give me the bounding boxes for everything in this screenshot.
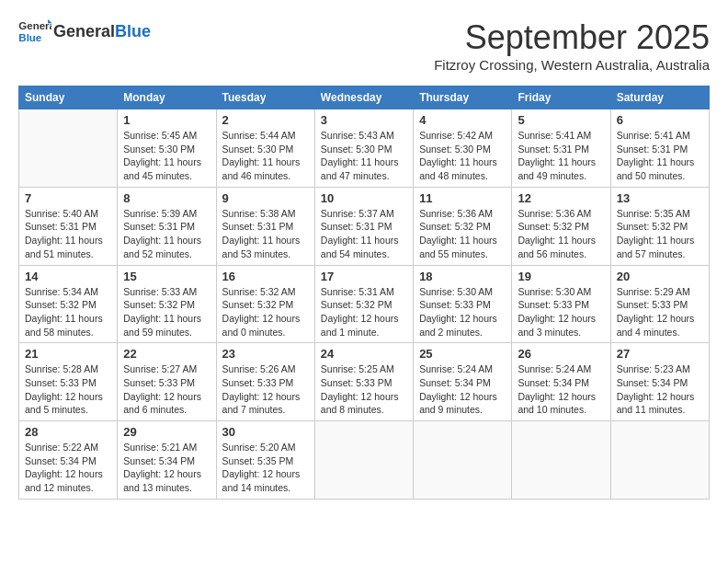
calendar-cell [19,109,118,188]
day-info: Sunrise: 5:23 AMSunset: 5:34 PMDaylight:… [617,362,703,417]
calendar-cell: 16Sunrise: 5:32 AMSunset: 5:32 PMDayligh… [216,265,314,343]
weekday-header-row: Sunday Monday Tuesday Wednesday Thursday… [19,86,710,109]
calendar-cell: 8Sunrise: 5:39 AMSunset: 5:31 PMDaylight… [118,187,216,265]
day-info: Sunrise: 5:45 AMSunset: 5:30 PMDaylight:… [123,129,210,183]
calendar-cell [314,421,413,500]
day-info: Sunrise: 5:24 AMSunset: 5:34 PMDaylight:… [419,362,506,417]
logo: General Blue GeneralBlue [18,18,151,46]
calendar-cell: 21Sunrise: 5:28 AMSunset: 5:33 PMDayligh… [19,343,118,421]
day-info: Sunrise: 5:20 AMSunset: 5:35 PMDaylight:… [222,441,309,495]
calendar-cell: 17Sunrise: 5:31 AMSunset: 5:32 PMDayligh… [314,265,413,343]
calendar-cell: 18Sunrise: 5:30 AMSunset: 5:33 PMDayligh… [414,265,512,343]
day-info: Sunrise: 5:40 AMSunset: 5:31 PMDaylight:… [25,207,111,261]
calendar-cell: 7Sunrise: 5:40 AMSunset: 5:31 PMDaylight… [19,187,118,265]
day-number: 27 [617,347,703,361]
month-title: September 2025 [434,18,710,57]
calendar-cell: 14Sunrise: 5:34 AMSunset: 5:32 PMDayligh… [19,265,118,343]
calendar-week-row: 28Sunrise: 5:22 AMSunset: 5:34 PMDayligh… [19,421,710,500]
day-number: 9 [222,191,309,205]
header-tuesday: Tuesday [216,86,314,109]
header-wednesday: Wednesday [314,86,413,109]
day-number: 11 [419,191,506,205]
calendar-cell: 27Sunrise: 5:23 AMSunset: 5:34 PMDayligh… [610,343,709,421]
day-number: 21 [25,347,111,361]
day-number: 6 [617,113,703,127]
day-number: 13 [617,191,703,205]
calendar-cell: 20Sunrise: 5:29 AMSunset: 5:33 PMDayligh… [610,265,709,343]
calendar-cell: 3Sunrise: 5:43 AMSunset: 5:30 PMDaylight… [314,109,413,188]
day-number: 23 [222,347,309,361]
calendar-cell: 2Sunrise: 5:44 AMSunset: 5:30 PMDaylight… [216,109,314,188]
day-info: Sunrise: 5:43 AMSunset: 5:30 PMDaylight:… [321,129,407,183]
calendar-cell: 11Sunrise: 5:36 AMSunset: 5:32 PMDayligh… [414,187,512,265]
calendar-cell: 29Sunrise: 5:21 AMSunset: 5:34 PMDayligh… [118,421,216,500]
day-number: 4 [419,113,506,127]
day-info: Sunrise: 5:26 AMSunset: 5:33 PMDaylight:… [222,362,309,417]
day-number: 19 [518,270,604,283]
header-thursday: Thursday [414,86,512,109]
day-info: Sunrise: 5:30 AMSunset: 5:33 PMDaylight:… [518,285,604,339]
day-info: Sunrise: 5:38 AMSunset: 5:31 PMDaylight:… [222,207,309,261]
calendar-week-row: 21Sunrise: 5:28 AMSunset: 5:33 PMDayligh… [19,343,710,421]
day-info: Sunrise: 5:31 AMSunset: 5:32 PMDaylight:… [321,285,407,339]
calendar-cell: 9Sunrise: 5:38 AMSunset: 5:31 PMDaylight… [216,187,314,265]
header-sunday: Sunday [19,86,118,109]
calendar-cell: 30Sunrise: 5:20 AMSunset: 5:35 PMDayligh… [216,421,314,500]
calendar-cell [610,421,709,500]
day-info: Sunrise: 5:39 AMSunset: 5:31 PMDaylight:… [123,207,210,261]
calendar-cell: 25Sunrise: 5:24 AMSunset: 5:34 PMDayligh… [414,343,512,421]
day-info: Sunrise: 5:33 AMSunset: 5:32 PMDaylight:… [123,285,210,339]
day-number: 17 [321,270,407,283]
calendar-cell: 28Sunrise: 5:22 AMSunset: 5:34 PMDayligh… [19,421,118,500]
day-number: 10 [321,191,407,205]
calendar-cell: 12Sunrise: 5:36 AMSunset: 5:32 PMDayligh… [512,187,610,265]
day-number: 12 [518,191,604,205]
day-info: Sunrise: 5:21 AMSunset: 5:34 PMDaylight:… [123,441,210,495]
day-number: 20 [617,270,703,283]
logo-blue-text: Blue [115,22,151,40]
day-number: 14 [25,270,111,283]
day-info: Sunrise: 5:29 AMSunset: 5:33 PMDaylight:… [617,285,703,339]
calendar-week-row: 14Sunrise: 5:34 AMSunset: 5:32 PMDayligh… [19,265,710,343]
calendar-cell: 5Sunrise: 5:41 AMSunset: 5:31 PMDaylight… [512,109,610,188]
day-number: 8 [123,191,210,205]
calendar-week-row: 7Sunrise: 5:40 AMSunset: 5:31 PMDaylight… [19,187,710,265]
title-block: September 2025 Fitzroy Crossing, Western… [434,18,710,82]
day-info: Sunrise: 5:30 AMSunset: 5:33 PMDaylight:… [419,285,506,339]
day-number: 29 [123,425,210,439]
subtitle: Fitzroy Crossing, Western Australia, Aus… [434,57,710,73]
day-number: 28 [25,425,111,439]
day-info: Sunrise: 5:32 AMSunset: 5:32 PMDaylight:… [222,285,309,339]
day-number: 2 [222,113,309,127]
calendar-cell [414,421,512,500]
day-number: 30 [222,425,309,439]
svg-text:General: General [18,20,51,31]
day-info: Sunrise: 5:27 AMSunset: 5:33 PMDaylight:… [123,362,210,417]
day-info: Sunrise: 5:22 AMSunset: 5:34 PMDaylight:… [25,441,111,495]
day-number: 1 [123,113,210,127]
calendar-cell: 13Sunrise: 5:35 AMSunset: 5:32 PMDayligh… [610,187,709,265]
day-info: Sunrise: 5:34 AMSunset: 5:32 PMDaylight:… [25,285,111,339]
day-info: Sunrise: 5:28 AMSunset: 5:33 PMDaylight:… [25,362,111,417]
day-info: Sunrise: 5:35 AMSunset: 5:32 PMDaylight:… [617,207,703,261]
day-number: 7 [25,191,111,205]
calendar-cell: 6Sunrise: 5:41 AMSunset: 5:31 PMDaylight… [610,109,709,188]
calendar-cell: 26Sunrise: 5:24 AMSunset: 5:34 PMDayligh… [512,343,610,421]
day-info: Sunrise: 5:24 AMSunset: 5:34 PMDaylight:… [518,362,604,417]
calendar-cell: 22Sunrise: 5:27 AMSunset: 5:33 PMDayligh… [118,343,216,421]
day-info: Sunrise: 5:41 AMSunset: 5:31 PMDaylight:… [617,129,703,183]
day-number: 5 [518,113,604,127]
calendar-cell: 1Sunrise: 5:45 AMSunset: 5:30 PMDaylight… [118,109,216,188]
page-container: General Blue GeneralBlue September 2025 … [18,18,710,500]
calendar-cell: 24Sunrise: 5:25 AMSunset: 5:33 PMDayligh… [314,343,413,421]
day-number: 16 [222,270,309,283]
calendar-cell [512,421,610,500]
day-info: Sunrise: 5:41 AMSunset: 5:31 PMDaylight:… [518,129,604,183]
day-info: Sunrise: 5:36 AMSunset: 5:32 PMDaylight:… [419,207,506,261]
calendar-cell: 15Sunrise: 5:33 AMSunset: 5:32 PMDayligh… [118,265,216,343]
svg-text:Blue: Blue [18,32,41,43]
day-number: 24 [321,347,407,361]
day-info: Sunrise: 5:36 AMSunset: 5:32 PMDaylight:… [518,207,604,261]
logo-icon: General Blue [18,18,51,46]
day-number: 25 [419,347,506,361]
